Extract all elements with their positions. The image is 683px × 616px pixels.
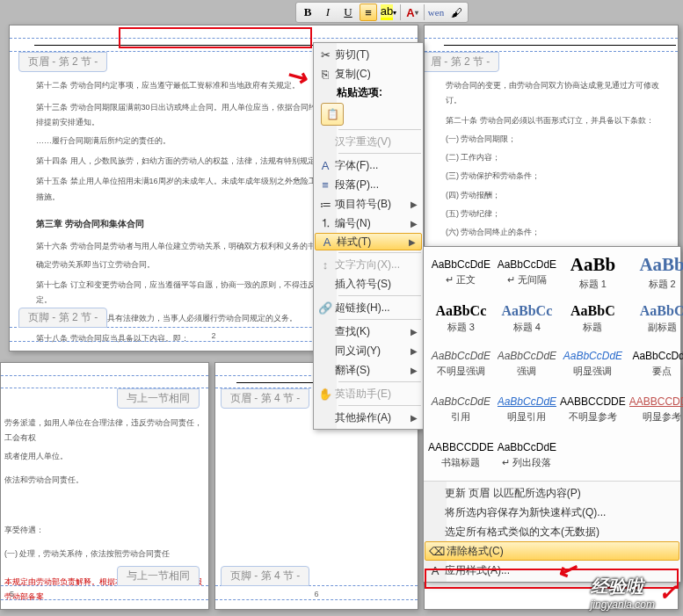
style-标题3[interactable]: AaBbCc标题 3	[426, 295, 496, 341]
same-as-prev-footer: 与上一节相同	[117, 566, 200, 586]
style-明显引用[interactable]: AaBbCcDdE明显引用	[496, 387, 558, 432]
style-标题1[interactable]: AaBb标题 1	[558, 250, 628, 295]
gallery-menu-将所选内容保存为新快速样式Q[interactable]: 将所选内容保存为新快速样式(Q)...	[424, 503, 680, 522]
mini-toolbar: B I U ≡ ab▾ A▾ wen 🖌	[295, 2, 469, 23]
menu-icon: ≡	[316, 178, 335, 192]
menu-item-翻译s[interactable]: 翻译(S)▶	[314, 360, 423, 380]
style-列出段落[interactable]: AaBbCcDdE↵ 列出段落	[496, 432, 558, 478]
context-menu: ✂剪切(T)⎘复制(C)粘贴选项:📋汉字重选(V)A字体(F)...≡段落(P)…	[313, 42, 424, 430]
menu-item-剪切t[interactable]: ✂剪切(T)	[314, 45, 423, 64]
menu-icon: ⌫	[427, 545, 447, 558]
menu-item-字体f[interactable]: A字体(F)...	[314, 156, 423, 175]
menu-icon: ↕	[316, 258, 335, 272]
menu-icon: ✂	[316, 48, 335, 62]
highlight-button[interactable]: ab▾	[380, 4, 397, 21]
wen-button[interactable]: wen	[427, 4, 445, 21]
page-number-6: 6	[314, 590, 318, 598]
header-label-sec2-r: 眉 - 第 2 节 -	[424, 52, 499, 72]
menu-item-文字方向x: ↕文字方向(X)...	[314, 255, 423, 274]
gallery-menu-更新页眉以匹配所选内容P[interactable]: 更新 页眉 以匹配所选内容(P)	[424, 483, 680, 503]
style-无间隔[interactable]: AaBbCcDdE↵ 无间隔	[496, 250, 558, 295]
submenu-arrow-icon: ▶	[411, 327, 418, 337]
style-强调[interactable]: AaBbCcDdE强调	[496, 341, 558, 387]
italic-button[interactable]: I	[319, 4, 337, 21]
menu-item-查找k[interactable]: 查找(K)▶	[314, 322, 423, 341]
menu-icon: A	[316, 159, 335, 172]
style-书籍标题[interactable]: AABBCCDDE书籍标题	[426, 432, 496, 478]
format-painter-button[interactable]: 🖌	[447, 4, 465, 21]
menu-icon: ⒈	[316, 215, 335, 231]
menu-item-英语助手e: ✋英语助手(E)	[314, 384, 423, 403]
style-明显强调[interactable]: AaBbCcDdE明显强调	[558, 341, 628, 387]
menu-item-项目符号b[interactable]: ≔项目符号(B)▶	[314, 194, 423, 214]
menu-item-同义词y[interactable]: 同义词(Y)▶	[314, 341, 423, 360]
gallery-menu-清除格式C[interactable]: ⌫清除格式(C)	[425, 541, 679, 561]
style-要点[interactable]: AaBbCcDdE要点	[628, 341, 683, 387]
gallery-menu-选定所有格式类似的文本无数据[interactable]: 选定所有格式类似的文本(无数据)	[424, 522, 680, 541]
page-number-2: 2	[211, 331, 215, 340]
menu-item-插入符号s[interactable]: 插入符号(S)	[314, 274, 423, 294]
header-label-sec2: 页眉 - 第 2 节 -	[18, 52, 107, 72]
footer-label-sec2: 页脚 - 第 2 节 -	[18, 308, 107, 328]
footer-label-sec4: 页脚 - 第 4 节 -	[221, 566, 309, 586]
font-color-button[interactable]: A▾	[403, 4, 421, 21]
same-as-prev-label: 与上一节相同	[117, 388, 200, 409]
menu-icon: ⎘	[316, 68, 335, 81]
menu-icon: A	[317, 236, 337, 249]
paste-options-label: 粘贴选项:	[314, 83, 423, 101]
submenu-arrow-icon: ▶	[409, 237, 416, 247]
page-number-5: 5	[10, 590, 14, 598]
style-标题4[interactable]: AaBbCc标题 4	[496, 295, 558, 341]
align-center-button[interactable]: ≡	[360, 4, 377, 21]
header-label-sec4: 页眉 - 第 4 节 -	[221, 388, 309, 409]
style-明显参考[interactable]: AABBCCDDE明显参考	[628, 387, 683, 432]
styles-gallery: AaBbCcDdE↵ 正文AaBbCcDdE↵ 无间隔AaBb标题 1AaBb标…	[423, 246, 681, 583]
menu-icon: ≔	[316, 198, 335, 211]
menu-item-复制c[interactable]: ⎘复制(C)	[314, 64, 423, 83]
bold-button[interactable]: B	[299, 4, 316, 21]
watermark: 经验啦 jingyanla.com ✓	[591, 575, 678, 611]
menu-item-样式t[interactable]: A样式(T)▶	[315, 233, 422, 250]
style-标题[interactable]: AaBbC标题	[558, 295, 628, 341]
check-icon: ✓	[658, 579, 678, 606]
page-5: 与上一节相同 劳务派遣，如用人单位在合理法律，违反劳动合同责任，工会有权 或者使…	[0, 362, 209, 610]
annotation-red-box	[119, 27, 312, 48]
paste-keep-source-icon[interactable]: 📋	[321, 103, 344, 126]
submenu-arrow-icon: ▶	[411, 199, 418, 209]
menu-item-编号n[interactable]: ⒈编号(N)▶	[314, 214, 423, 233]
style-正文[interactable]: AaBbCcDdE↵ 正文	[426, 250, 496, 295]
menu-item-其他操作a[interactable]: 其他操作(A)▶	[314, 408, 423, 427]
menu-icon: 🔗	[316, 301, 335, 315]
menu-icon: ✋	[316, 388, 335, 401]
submenu-arrow-icon: ▶	[411, 366, 418, 375]
style-标题2[interactable]: AaBb标题 2	[628, 250, 683, 295]
submenu-arrow-icon: ▶	[411, 346, 418, 356]
menu-item-超链接h[interactable]: 🔗超链接(H)...	[314, 298, 423, 317]
style-引用[interactable]: AaBbCcDdE引用	[426, 387, 496, 432]
menu-item-段落p[interactable]: ≡段落(P)...	[314, 175, 423, 194]
submenu-arrow-icon: ▶	[411, 413, 418, 423]
style-不明显强调[interactable]: AaBbCcDdE不明显强调	[426, 341, 496, 387]
menu-item-汉字重选v: 汉字重选(V)	[314, 132, 423, 151]
underline-button[interactable]: U	[339, 4, 357, 21]
submenu-arrow-icon: ▶	[411, 219, 418, 228]
style-不明显参考[interactable]: AABBCCDDE不明显参考	[558, 387, 628, 432]
style-副标题[interactable]: AaBbC副标题	[628, 295, 683, 341]
